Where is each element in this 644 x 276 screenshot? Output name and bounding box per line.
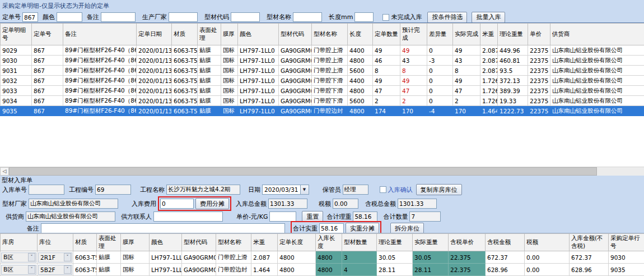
column-header[interactable]: 型材名称 xyxy=(216,234,251,251)
keeper-field[interactable] xyxy=(343,185,368,195)
column-header[interactable]: 单价 xyxy=(528,24,550,45)
column-header[interactable]: 理论重量 xyxy=(498,24,528,45)
total-qty-field[interactable] xyxy=(409,211,441,222)
cell: 47 xyxy=(373,86,400,96)
column-header[interactable]: 实际重量 xyxy=(413,234,449,251)
table-row[interactable]: B区˅5B2F˅6063-T5贴膜国标LH797-1LL0GA90GRM05门带… xyxy=(1,264,644,276)
color-input[interactable] xyxy=(57,12,82,22)
fee-allocate-button[interactable]: 费用分摊 xyxy=(195,198,229,209)
column-header[interactable]: 预计完成 xyxy=(400,24,427,45)
order-detail-grid: 定单明细号定单号备注定单日期材质表面处理膜厚颜色型材代码型材名称长度定单数量预计… xyxy=(0,22,644,167)
cell: 4800 xyxy=(278,251,316,264)
filter-by-condition-button[interactable]: 按条件筛选 xyxy=(427,12,467,23)
chevron-down-icon[interactable]: ˅ xyxy=(64,265,71,274)
column-header[interactable]: 定单号 xyxy=(32,24,63,45)
project-no-field[interactable] xyxy=(95,185,131,195)
chevron-down-icon[interactable]: ˅ xyxy=(28,253,35,261)
column-header[interactable]: 含税单价 xyxy=(449,234,486,251)
cell: 山东南山铝业股份有限公司 xyxy=(550,106,644,116)
table-row[interactable]: 903186789#门框型材F26-F40（866+867）2020/01/13… xyxy=(1,66,644,76)
date-value[interactable]: 2020/03/31 xyxy=(262,185,301,195)
scroll-left-arrow-icon[interactable]: ◁ xyxy=(0,167,9,176)
batch-inbound-button[interactable]: 批量入库 xyxy=(472,12,505,23)
order-no-input[interactable] xyxy=(22,12,38,22)
column-header[interactable]: 表面处理 xyxy=(198,24,221,45)
project-name-field[interactable] xyxy=(166,185,240,195)
inbound-fee-field[interactable] xyxy=(160,199,194,209)
column-header[interactable]: 定单长度 xyxy=(278,234,316,251)
column-header[interactable]: 定单数量 xyxy=(373,24,400,45)
column-header[interactable]: 表面处理 xyxy=(97,234,121,251)
supplier-field[interactable] xyxy=(26,211,115,222)
remark-input[interactable] xyxy=(101,12,136,22)
column-header[interactable]: 税额 xyxy=(525,234,570,251)
supplier-contact-field[interactable] xyxy=(153,211,223,222)
inbound-confirm-checkbox[interactable] xyxy=(380,186,386,193)
column-header[interactable]: 采购定单行号 xyxy=(609,234,644,251)
total-theory-weight-field[interactable] xyxy=(353,211,377,222)
cell: 867 xyxy=(32,86,63,96)
profile-name-input[interactable] xyxy=(293,12,322,22)
table-row[interactable]: 903386789#门框型材F26-F40（866+867）2020/01/13… xyxy=(1,86,644,96)
actual-weight-allocate-button[interactable]: 实重分摊 xyxy=(346,223,379,234)
profile-code-input[interactable] xyxy=(231,12,260,22)
column-header[interactable]: 定单日期 xyxy=(137,24,172,45)
calendar-dropdown-icon[interactable]: ▼ xyxy=(301,185,309,195)
unit-price-field[interactable] xyxy=(269,211,296,222)
tax-field[interactable] xyxy=(333,199,358,209)
form-remark-field[interactable] xyxy=(41,223,285,233)
column-header[interactable]: 备注 xyxy=(63,24,137,45)
chevron-down-icon[interactable]: ˅ xyxy=(64,253,71,261)
chevron-down-icon[interactable]: ˅ xyxy=(28,265,35,274)
unfinished-checkbox[interactable] xyxy=(382,14,389,21)
column-header[interactable]: 膜厚 xyxy=(221,24,238,45)
table-row[interactable]: 902986789#门框型材F26-F40（866+867）2020/01/13… xyxy=(1,45,644,56)
cell: 170 xyxy=(453,106,480,116)
combo-cell[interactable]: B区˅ xyxy=(1,264,38,276)
table-row[interactable]: 903086789#门框型材F26-F40（866+867）2020/01/13… xyxy=(1,56,644,66)
reset-button[interactable]: 重置 xyxy=(302,211,323,222)
column-header[interactable]: 膜厚 xyxy=(121,234,150,251)
total-with-tax-field[interactable] xyxy=(398,199,437,209)
column-header[interactable]: 型材数量 xyxy=(342,234,377,251)
column-header[interactable]: 理论重量 xyxy=(377,234,413,251)
total-actual-weight-field[interactable] xyxy=(319,223,344,233)
length-input[interactable] xyxy=(354,12,374,22)
cell: 0 xyxy=(427,96,453,106)
inbound-no-field[interactable] xyxy=(29,185,64,195)
scrollbar-thumb[interactable] xyxy=(9,167,597,176)
combo-cell[interactable]: 2R1F˅ xyxy=(38,251,73,264)
table-row[interactable]: B区˅2R1F˅6063-T5贴膜国标LH797-1LL0GA90GRM03门带… xyxy=(1,251,644,264)
date-picker[interactable]: 2020/03/31 ▼ xyxy=(262,185,309,195)
column-header[interactable]: 含税金额 xyxy=(486,234,525,251)
column-header[interactable]: 定单明细号 xyxy=(1,24,32,45)
column-header[interactable]: 入库长度 xyxy=(316,234,342,251)
column-header[interactable]: 颜色 xyxy=(238,24,279,45)
column-header[interactable]: 库位 xyxy=(38,234,73,251)
combo-cell[interactable]: 5B2F˅ xyxy=(38,264,73,276)
manufacturer-input[interactable] xyxy=(169,12,198,22)
column-header[interactable]: 型材代码 xyxy=(182,234,216,251)
split-location-button[interactable]: 拆分库位 xyxy=(390,223,424,234)
column-header[interactable]: 长度 xyxy=(348,24,373,45)
column-header[interactable]: 颜色 xyxy=(150,234,182,251)
combo-cell[interactable]: B区˅ xyxy=(1,251,38,264)
column-header[interactable]: 库房 xyxy=(1,234,38,251)
horizontal-scrollbar[interactable]: ◁ xyxy=(0,167,644,176)
column-header[interactable]: 型材名称 xyxy=(312,24,348,45)
column-header[interactable]: 入库金额(不含税) xyxy=(570,234,609,251)
factory-field[interactable] xyxy=(29,199,118,209)
table-row[interactable]: 903586789#门框型材F26-F40（866+867）2020/01/13… xyxy=(1,106,644,116)
total-amount-field[interactable] xyxy=(268,199,307,209)
column-header[interactable]: 差异量 xyxy=(427,24,453,45)
column-header[interactable]: 材质 xyxy=(172,24,198,45)
column-header[interactable]: 实际完成 xyxy=(453,24,480,45)
column-header[interactable]: 供货商 xyxy=(550,24,644,45)
table-row[interactable]: 903486789#门框型材F26-F40（866+867）2020/01/13… xyxy=(1,96,644,106)
column-header[interactable]: 米重 xyxy=(251,234,278,251)
column-header[interactable]: 米重 xyxy=(480,24,498,45)
column-header[interactable]: 材质 xyxy=(73,234,97,251)
table-row[interactable]: 903286789#门框型材F26-F40（866+867）2020/01/13… xyxy=(1,76,644,86)
copy-warehouse-location-button[interactable]: 复制库房库位 xyxy=(416,184,462,195)
column-header[interactable]: 型材代码 xyxy=(279,24,312,45)
